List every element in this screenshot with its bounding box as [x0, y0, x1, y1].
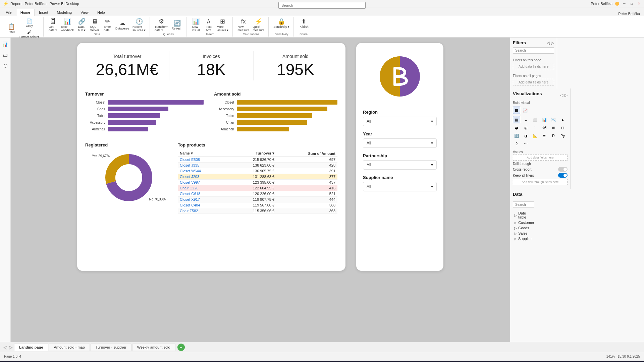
format-painter-icon: 🖌 — [27, 29, 32, 35]
main-layout: 📊 🗃 ⬡ Total turnover 26,61M€ Invoices 18… — [0, 38, 644, 342]
ribbon-group-share: ⬆ Publish Share — [294, 17, 313, 37]
data-item[interactable]: ▷Goods — [513, 225, 534, 231]
data-item[interactable]: ▷Customer — [513, 220, 534, 225]
product-name: Closet J335 — [178, 163, 227, 168]
bar-track-armchair-t — [108, 127, 209, 131]
enter-data-icon: ✏ — [105, 18, 110, 24]
sql-btn[interactable]: 🖥 SQLServer — [89, 18, 101, 33]
sql-icon: 🖥 — [92, 18, 98, 24]
refresh-btn[interactable]: 🔄 Refresh — [170, 19, 184, 31]
data-item[interactable]: ▷Supplier — [513, 236, 534, 241]
sensitivity-label: Sensitivity — [275, 33, 288, 36]
viz-add-drill[interactable]: Add drill-through fields here — [513, 179, 568, 185]
viz-cross-report-toggle[interactable] — [558, 167, 568, 172]
kpi-total-turnover-value: 26,61M€ — [88, 62, 166, 78]
paste-btn[interactable]: 📋 Paste — [5, 23, 17, 34]
canvas-area: Total turnover 26,61M€ Invoices 18K Amou… — [11, 38, 510, 342]
transform-data-btn[interactable]: ⚙ Transformdata ▾ — [153, 18, 170, 33]
viz-type-icon-2[interactable]: 📈 — [522, 107, 529, 114]
page-next-btn[interactable]: ▷ — [8, 344, 13, 351]
viz-icon-line[interactable]: 📉 — [550, 116, 557, 123]
ribbon-search[interactable] — [278, 2, 366, 9]
viz-add-values[interactable]: Add data fields here — [513, 155, 568, 161]
filter-collapse-icon[interactable]: ◁ — [547, 41, 550, 45]
viz-type-icon-1[interactable]: ▦ — [513, 107, 520, 114]
tab-help[interactable]: Help — [93, 9, 109, 16]
filter-partnership-dropdown[interactable]: All ▾ — [363, 160, 437, 170]
viz-icon-q[interactable]: ? — [513, 140, 520, 147]
product-amount: 521 — [276, 191, 337, 197]
viz-icon-col[interactable]: 📊 — [541, 116, 548, 123]
tab-weekly-amount[interactable]: Weekly amount sold — [132, 344, 175, 351]
page-prev-btn[interactable]: ◁ — [3, 344, 8, 351]
viz-icon-map[interactable]: 🗺 — [541, 124, 548, 131]
text-box-btn[interactable]: Ａ Textbox — [203, 18, 215, 33]
sidebar-data-icon[interactable]: 🗃 — [1, 51, 9, 59]
filter-year-dropdown[interactable]: All ▾ — [363, 138, 437, 148]
viz-icon-matrix[interactable]: ⊟ — [559, 124, 567, 131]
data-hub-btn[interactable]: 🔗 Datahub ▾ — [76, 18, 88, 33]
bar-track-closet-a — [237, 100, 337, 105]
viz-icon-gauge[interactable]: ◑ — [522, 132, 530, 139]
viz-icon-table[interactable]: ⊞ — [550, 124, 557, 131]
viz-icon-stacked-bar[interactable]: ▦ — [513, 116, 520, 123]
viz-icon-area[interactable]: ▲ — [559, 116, 567, 123]
viz-icon-clustered-bar[interactable]: ≡ — [522, 116, 530, 123]
viz-keep-filters-toggle[interactable] — [558, 173, 568, 178]
tab-turnover-supplier[interactable]: Turnover - supplier — [91, 344, 131, 351]
filters-search-input[interactable] — [513, 47, 554, 54]
viz-collapse-icon[interactable]: ◁ — [560, 93, 563, 98]
new-visual-btn[interactable]: 📊 Newvisual — [190, 18, 202, 33]
enter-data-btn[interactable]: ✏ Enterdata — [101, 18, 113, 33]
filter-supplier-dropdown[interactable]: All ▾ — [363, 182, 437, 191]
viz-icon-more[interactable]: ⋯ — [522, 140, 530, 147]
data-search-input[interactable] — [513, 201, 534, 208]
kpi-total-turnover: Total turnover 26,61M€ — [85, 51, 169, 80]
restore-btn[interactable]: □ — [629, 1, 634, 6]
add-page-btn[interactable]: + — [177, 344, 185, 351]
viz-icon-scatter[interactable]: ⁚ — [531, 124, 539, 131]
new-measure-btn[interactable]: fx Newmeasure — [236, 18, 251, 33]
add-filter-all-btn[interactable]: Add data fields here — [513, 79, 554, 86]
filter-expand-icon[interactable]: ▷ — [551, 41, 554, 45]
viz-icon-pie[interactable]: ◕ — [513, 124, 520, 131]
tab-file[interactable]: File — [1, 9, 16, 16]
tab-home[interactable]: Home — [16, 9, 35, 16]
data-item[interactable]: ▷Date table — [513, 210, 534, 220]
tab-insert[interactable]: Insert — [35, 9, 53, 16]
viz-keep-filters-label: Keep all filters — [513, 174, 534, 177]
sidebar-report-icon[interactable]: 📊 — [1, 40, 9, 48]
sensitivity-btn[interactable]: 🔒 Sensitivity ▾ — [272, 18, 291, 29]
bar-fill-chair-t — [108, 107, 168, 111]
add-filter-page-btn[interactable]: Add data fields here — [513, 63, 554, 70]
viz-icon-card[interactable]: 🔢 — [513, 132, 520, 139]
get-data-btn[interactable]: 🗄 Getdata ▾ — [47, 18, 59, 33]
close-btn[interactable]: ✕ — [637, 1, 641, 6]
copy-btn[interactable]: 📄 Copy — [18, 18, 41, 28]
minimize-btn[interactable]: ─ — [622, 1, 627, 6]
tab-amount-sold-map[interactable]: Amount sold - map — [49, 344, 90, 351]
viz-icon-r[interactable]: R — [550, 132, 557, 139]
filter-region-dropdown[interactable]: All ▾ — [363, 117, 437, 126]
viz-icon-slicer[interactable]: ≣ — [541, 132, 548, 139]
viz-icon-100-bar[interactable]: ⬜ — [531, 116, 539, 123]
excel-btn[interactable]: 📊 Excelworkbook — [60, 18, 75, 33]
viz-expand-icon[interactable]: ▷ — [565, 93, 568, 98]
tab-view[interactable]: View — [76, 9, 93, 16]
bar-fill-armchair-t — [108, 127, 148, 131]
ribbon-search-input[interactable] — [278, 2, 366, 9]
sidebar-model-icon[interactable]: ⬡ — [1, 62, 9, 70]
viz-icon-kpi[interactable]: 📐 — [531, 132, 539, 139]
bar-row-table-t: Table — [85, 113, 209, 118]
viz-cross-report-label: Cross-report — [513, 168, 532, 171]
quick-measure-btn[interactable]: ⚡ Quickmeasure — [251, 18, 266, 33]
publish-btn[interactable]: ⬆ Publish — [297, 18, 310, 29]
data-item[interactable]: ▷Sales — [513, 231, 534, 236]
viz-icon-donut[interactable]: ◎ — [522, 124, 530, 131]
viz-icon-python[interactable]: Py — [559, 132, 567, 139]
recent-sources-btn[interactable]: 🕐 Recentsources ▾ — [131, 18, 147, 33]
tab-modeling[interactable]: Modeling — [53, 9, 76, 16]
dataverse-btn[interactable]: ☁ Dataverse — [114, 19, 130, 31]
more-visuals-btn[interactable]: ⊞ Morevisuals ▾ — [215, 18, 230, 33]
tab-landing-page[interactable]: Landing page — [14, 344, 48, 351]
